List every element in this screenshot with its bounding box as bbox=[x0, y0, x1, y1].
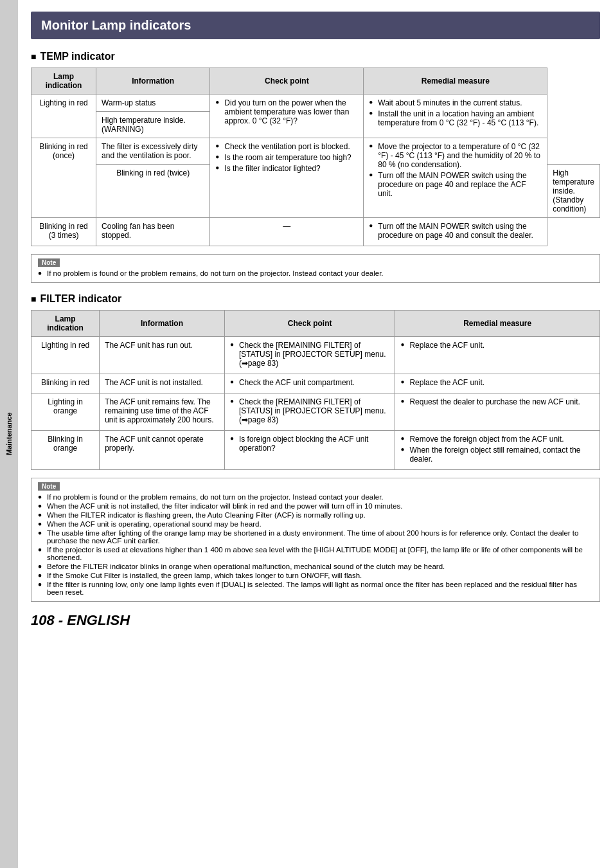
page-title: Monitor Lamp indicators bbox=[31, 12, 600, 39]
table-row: The ACF unit has run out. bbox=[100, 337, 225, 374]
table-row: — bbox=[210, 218, 364, 246]
temp-col-check: Check point bbox=[210, 68, 364, 95]
table-row: Lighting in orange bbox=[31, 393, 100, 431]
note-item: ●If the Smoke Cut Filter is installed, t… bbox=[38, 572, 593, 579]
table-row: Blinking in red bbox=[31, 374, 100, 393]
table-row: High temperature inside. (Standby condit… bbox=[547, 165, 600, 218]
filter-table: Lampindication Information Check point R… bbox=[31, 310, 600, 470]
table-row: The ACF unit is not installed. bbox=[100, 374, 225, 393]
table-row: Blinking in red (once) bbox=[31, 138, 96, 218]
note-item: ●If no problem is found or the problem r… bbox=[38, 269, 593, 277]
page-wrapper: Maintenance Monitor Lamp indicators TEMP… bbox=[0, 0, 613, 868]
temp-col-info: Information bbox=[96, 68, 210, 95]
table-row: ●Is foreign object blocking the ACF unit… bbox=[224, 431, 395, 470]
temp-col-lamp: Lampindication bbox=[31, 68, 96, 95]
filter-note-box: Note ●If no problem is found or the prob… bbox=[31, 478, 600, 602]
table-row: ●Check the ACF unit compartment. bbox=[224, 374, 395, 393]
table-row: Blinking in red The ACF unit is not inst… bbox=[31, 374, 600, 393]
filter-section-heading: FILTER indicator bbox=[31, 293, 600, 305]
table-row: ●Check the [REMAINING FILTER] of [STATUS… bbox=[224, 337, 395, 374]
table-row: ●Turn off the MAIN POWER switch using th… bbox=[364, 218, 547, 246]
note-item: ●Before the FILTER indicator blinks in o… bbox=[38, 563, 593, 570]
table-row: ●Check the ventilation port is blocked.●… bbox=[210, 138, 364, 218]
table-row: Blinking in red (twice) bbox=[96, 165, 210, 218]
table-row: ●Wait about 5 minutes in the current sta… bbox=[364, 95, 547, 138]
table-row: Lighting in red The ACF unit has run out… bbox=[31, 337, 600, 374]
table-row: ●Replace the ACF unit. bbox=[395, 374, 600, 393]
side-tab: Maintenance bbox=[0, 0, 18, 868]
table-row: Lighting in red bbox=[31, 95, 96, 138]
table-row: Cooling fan has been stopped. bbox=[96, 218, 210, 246]
table-row: ●Remove the foreign object from the ACF … bbox=[395, 431, 600, 470]
table-row: ●Check the [REMAINING FILTER] of [STATUS… bbox=[224, 393, 395, 431]
main-content: Monitor Lamp indicators TEMP indicator L… bbox=[18, 0, 613, 868]
temp-section-heading: TEMP indicator bbox=[31, 51, 600, 62]
table-row: High temperature inside. (WARNING) bbox=[96, 112, 210, 138]
note-item: ●When the ACF unit is operating, operati… bbox=[38, 520, 593, 528]
note-item: ●When the FILTER indicator is flashing g… bbox=[38, 511, 593, 519]
table-row: Lighting in orange The ACF unit remains … bbox=[31, 393, 600, 431]
filter-col-info: Information bbox=[100, 311, 225, 337]
filter-note-label: Note bbox=[38, 482, 60, 491]
temp-note-label: Note bbox=[38, 258, 60, 267]
filter-col-remedy: Remedial measure bbox=[395, 311, 600, 337]
table-row: Blinking in red (3 times) bbox=[31, 218, 96, 246]
note-item: ●If the filter is running low, only one … bbox=[38, 581, 593, 596]
note-item: ●If no problem is found or the problem r… bbox=[38, 493, 593, 501]
page-number: 108 - ENGLISH bbox=[31, 612, 600, 629]
table-row: ●Move the projector to a temperature of … bbox=[364, 138, 547, 218]
note-item: ●When the ACF unit is not installed, the… bbox=[38, 502, 593, 510]
temp-note-box: Note ●If no problem is found or the prob… bbox=[31, 254, 600, 283]
table-row: ●Replace the ACF unit. bbox=[395, 337, 600, 374]
table-row: Blinking in orange bbox=[31, 431, 100, 470]
temp-col-remedy: Remedial measure bbox=[364, 68, 547, 95]
note-item: ●The usable time after lighting of the o… bbox=[38, 529, 593, 545]
filter-col-check: Check point bbox=[224, 311, 395, 337]
table-row: Blinking in orange The ACF unit cannot o… bbox=[31, 431, 600, 470]
table-row: Lighting in red bbox=[31, 337, 100, 374]
table-row: The ACF unit remains few. The remaining … bbox=[100, 393, 225, 431]
temp-table: Lampindication Information Check point R… bbox=[31, 68, 600, 246]
table-row: ●Did you turn on the power when the ambi… bbox=[210, 95, 364, 138]
table-row: The filter is excessively dirty and the … bbox=[96, 138, 210, 165]
table-row: Warm-up status bbox=[96, 95, 210, 112]
note-item: ●If the projector is used at elevations … bbox=[38, 546, 593, 561]
table-row: ●Request the dealer to purchase the new … bbox=[395, 393, 600, 431]
filter-col-lamp: Lampindication bbox=[31, 311, 100, 337]
table-row: The ACF unit cannot operate properly. bbox=[100, 431, 225, 470]
